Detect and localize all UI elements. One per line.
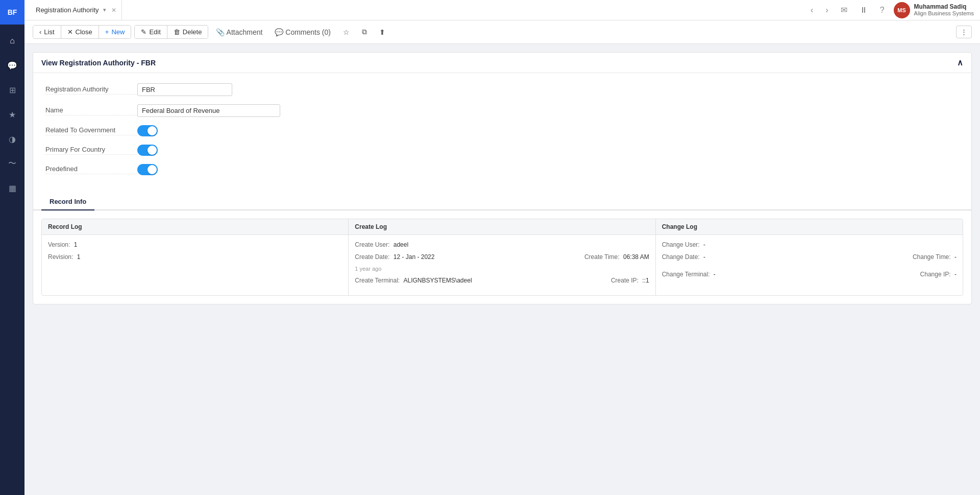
list-button[interactable]: ‹ List <box>33 26 61 38</box>
create-ip-field: Create IP: ::1 <box>611 277 649 284</box>
user-area[interactable]: MS Muhammad Sadiq Align Business Systems <box>894 2 974 18</box>
create-time-field: Create Time: 06:38 AM <box>584 253 649 261</box>
star-button[interactable]: ☆ <box>338 25 354 39</box>
sidebar-logo[interactable]: BF <box>0 0 24 25</box>
create-user-label: Create User: <box>355 241 389 248</box>
change-time-label: Change Time: <box>913 253 951 261</box>
change-date-label: Change Date: <box>662 253 700 261</box>
create-date-block: Create Date: 12 - Jan - 2022 1 year ago <box>355 253 434 272</box>
sidebar: BF ⌂ 💬 ⊞ ★ ◑ 〜 ▦ <box>0 0 24 495</box>
sidebar-item-star[interactable]: ★ <box>2 104 22 125</box>
sidebar-item-grid[interactable]: ⊞ <box>2 80 22 100</box>
tab-record-info[interactable]: Record Info <box>41 194 94 210</box>
attachment-button[interactable]: 📎 Attachment <box>211 25 267 39</box>
tab-close-icon[interactable]: ✕ <box>111 7 116 14</box>
create-date-field: Create Date: 12 - Jan - 2022 <box>355 253 434 261</box>
main-area: Registration Authority ▾ ✕ ‹ › ✉ ⏸ ? MS … <box>24 0 980 495</box>
close-button[interactable]: ✕ Close <box>61 26 99 38</box>
toggle-primary-for-country[interactable] <box>137 145 158 156</box>
create-terminal-value: ALIGNBSYSTEMS\adeel <box>404 277 472 284</box>
label-primary-for-country: Primary For Country <box>45 146 137 155</box>
create-user-value: adeel <box>394 241 408 248</box>
version-value: 1 <box>74 241 78 248</box>
star-outline-icon: ☆ <box>343 28 350 36</box>
change-log-body: Change User: - Change Date: - Change Tim… <box>656 235 963 289</box>
help-icon[interactable]: ? <box>877 4 888 17</box>
create-time-value: 06:38 AM <box>623 253 649 261</box>
version-field: Version: 1 <box>48 241 342 248</box>
change-log-col: Change Log Change User: - Change Date: - <box>656 219 963 295</box>
sidebar-item-activity[interactable]: 〜 <box>2 153 22 174</box>
revision-field: Revision: 1 <box>48 253 342 261</box>
comment-icon: 💬 <box>275 28 283 36</box>
collapse-icon[interactable]: ∧ <box>957 58 963 67</box>
top-bar: Registration Authority ▾ ✕ ‹ › ✉ ⏸ ? MS … <box>24 0 980 20</box>
delete-icon: 🗑 <box>174 28 180 36</box>
create-date-value: 12 - Jan - 2022 <box>394 253 435 261</box>
label-registration-authority: Registration Authority <box>45 85 137 95</box>
mail-icon[interactable]: ✉ <box>838 3 850 17</box>
change-date-value: - <box>703 253 705 261</box>
tabs-bar: Record Info <box>33 194 971 210</box>
version-label: Version: <box>48 241 70 248</box>
toolbar: ‹ List ✕ Close + New ✎ Edit 🗑 Delete � <box>24 20 980 44</box>
record-log-col: Record Log Version: 1 Revision: 1 <box>42 219 349 295</box>
create-time-block: Create Time: 06:38 AM <box>584 253 649 272</box>
card-body: Registration Authority Name Related To G… <box>33 73 971 194</box>
change-ip-value: - <box>954 271 957 278</box>
list-icon: ‹ <box>39 28 41 36</box>
toggle-related-to-government[interactable] <box>137 125 158 136</box>
share-icon: ⬆ <box>379 28 385 36</box>
share-button[interactable]: ⬆ <box>375 25 390 39</box>
more-options-button[interactable]: ⋮ <box>956 26 972 38</box>
user-avatar: MS <box>894 2 910 18</box>
create-terminal-ip-row: Create Terminal: ALIGNBSYSTEMS\adeel Cre… <box>355 277 649 289</box>
change-ip-field: Change IP: - <box>920 271 957 278</box>
create-ip-label: Create IP: <box>611 277 639 284</box>
change-log-header: Change Log <box>656 219 963 235</box>
change-user-value: - <box>703 241 705 248</box>
pause-icon[interactable]: ⏸ <box>856 4 871 17</box>
user-company: Align Business Systems <box>914 10 974 17</box>
new-button[interactable]: + New <box>99 26 131 38</box>
create-log-body: Create User: adeel Create Date: 12 - Jan… <box>349 235 655 295</box>
sidebar-item-home[interactable]: ⌂ <box>2 31 22 51</box>
toggle-predefined[interactable] <box>137 164 158 175</box>
tab-dropdown-icon[interactable]: ▾ <box>103 7 106 13</box>
revision-label: Revision: <box>48 253 73 261</box>
create-user-field: Create User: adeel <box>355 241 649 248</box>
active-tab[interactable]: Registration Authority ▾ ✕ <box>31 0 122 20</box>
nav-next-button[interactable]: › <box>822 4 831 17</box>
paperclip-icon: 📎 <box>216 28 225 36</box>
change-terminal-value: - <box>714 271 716 278</box>
content-area: View Registration Authority - FBR ∧ Regi… <box>24 44 980 495</box>
copy-icon: ⧉ <box>362 28 367 36</box>
input-registration-authority[interactable] <box>137 83 232 96</box>
field-related-to-government: Related To Government <box>45 125 959 136</box>
change-terminal-field: Change Terminal: - <box>662 271 716 278</box>
tab-title: Registration Authority <box>36 6 99 14</box>
field-registration-authority: Registration Authority <box>45 83 959 96</box>
sidebar-item-pie[interactable]: ◑ <box>2 129 22 149</box>
create-ip-value: ::1 <box>642 277 649 284</box>
delete-button[interactable]: 🗑 Delete <box>167 26 208 38</box>
sidebar-item-barchart[interactable]: ▦ <box>2 178 22 198</box>
comments-button[interactable]: 💬 Comments (0) <box>270 25 335 39</box>
change-date-time-row: Change Date: - Change Time: - <box>662 253 957 266</box>
copy-button[interactable]: ⧉ <box>357 25 372 39</box>
input-name[interactable] <box>137 104 280 117</box>
log-section: Record Log Version: 1 Revision: 1 <box>33 210 971 304</box>
create-date-sub: 1 year ago <box>355 266 434 272</box>
change-user-field: Change User: - <box>662 241 957 248</box>
change-ip-label: Change IP: <box>920 271 951 278</box>
create-date-time-row: Create Date: 12 - Jan - 2022 1 year ago … <box>355 253 649 272</box>
change-terminal-ip-row: Change Terminal: - Change IP: - <box>662 271 957 283</box>
card-title: View Registration Authority - FBR <box>41 59 156 67</box>
create-terminal-field: Create Terminal: ALIGNBSYSTEMS\adeel <box>355 277 472 284</box>
field-primary-for-country: Primary For Country <box>45 145 959 156</box>
card-header: View Registration Authority - FBR ∧ <box>33 53 971 73</box>
edit-button[interactable]: ✎ Edit <box>135 26 167 38</box>
change-terminal-label: Change Terminal: <box>662 271 710 278</box>
nav-prev-button[interactable]: ‹ <box>807 4 816 17</box>
sidebar-item-chat[interactable]: 💬 <box>2 55 22 76</box>
